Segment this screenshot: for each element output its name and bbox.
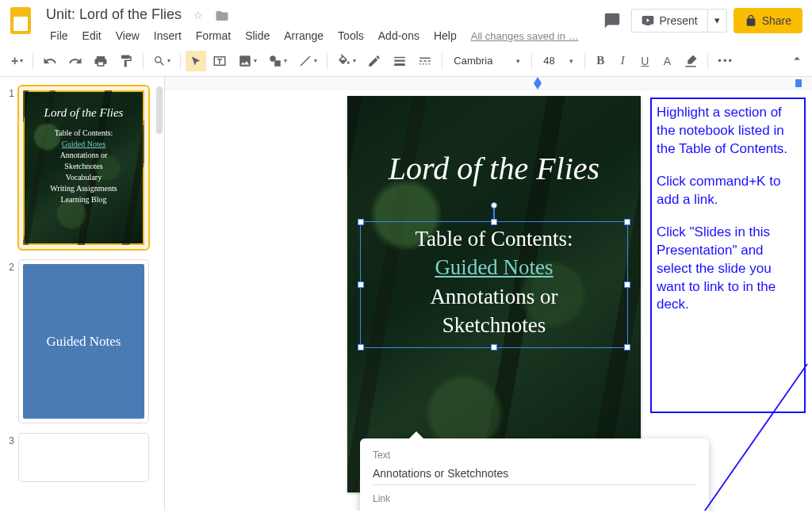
link-field-label: Link	[360, 493, 709, 506]
present-label: Present	[659, 14, 697, 27]
highlight-color-button[interactable]	[679, 51, 703, 71]
filmstrip-scrollbar[interactable]	[156, 86, 163, 134]
title-area: Unit: Lord of the Flies ☆ File Edit View…	[43, 5, 599, 45]
toc-link: Guided Notes	[435, 255, 553, 279]
italic-button[interactable]: I	[612, 51, 633, 71]
undo-button[interactable]	[38, 51, 62, 71]
instruction-callout: Highlight a section of the notebook list…	[650, 98, 806, 413]
header-right: Present ▾ Share	[599, 5, 802, 33]
save-status[interactable]: All changes saved in …	[464, 27, 586, 45]
menu-bar: File Edit View Insert Format Slide Arran…	[43, 26, 599, 45]
svg-rect-7	[420, 60, 423, 62]
image-tool[interactable]	[233, 51, 262, 71]
present-button[interactable]: Present	[631, 9, 707, 33]
thumb-wrap-1[interactable]: 1 Lord of the Flies Table of Contents: G…	[5, 86, 159, 249]
svg-rect-12	[426, 63, 427, 65]
new-slide-button[interactable]: +	[6, 51, 28, 71]
border-color-button[interactable]	[362, 51, 386, 71]
comments-icon[interactable]	[599, 8, 625, 33]
svg-rect-4	[395, 59, 406, 61]
text-color-button[interactable]: A	[657, 51, 677, 71]
fill-color-button[interactable]	[332, 51, 361, 71]
menu-edit[interactable]: Edit	[75, 26, 109, 45]
menu-addons[interactable]: Add-ons	[371, 26, 427, 45]
more-tools-button[interactable]: •••	[713, 51, 738, 71]
menu-arrange[interactable]: Arrange	[277, 26, 331, 45]
toc-line: Annotations or	[430, 285, 557, 308]
callout-text: Click "Slides in this Presentation" and …	[657, 224, 799, 315]
star-icon[interactable]: ☆	[191, 9, 205, 23]
zoom-button[interactable]	[148, 51, 175, 71]
border-dash-button[interactable]	[413, 51, 437, 71]
canvas-area: Lord of the Flies Table of Contents:	[165, 77, 812, 511]
svg-rect-13	[429, 63, 431, 65]
svg-rect-3	[395, 56, 406, 58]
share-button[interactable]: Share	[733, 8, 802, 33]
rotate-handle[interactable]	[491, 202, 497, 209]
indent-marker-icon[interactable]	[534, 77, 542, 83]
right-indent-icon[interactable]	[795, 79, 802, 87]
thumb-line: Vocabulary	[66, 173, 102, 182]
slide-thumbnail-3[interactable]	[19, 434, 148, 481]
present-group: Present ▾	[631, 9, 726, 33]
thumb-number: 3	[5, 434, 19, 481]
menu-insert[interactable]: Insert	[147, 26, 189, 45]
select-tool[interactable]	[186, 51, 206, 71]
svg-rect-9	[428, 60, 431, 62]
font-family-value: Cambria	[454, 55, 492, 67]
horizontal-ruler[interactable]	[165, 77, 812, 90]
redo-button[interactable]	[63, 51, 87, 71]
bold-button[interactable]: B	[590, 51, 611, 71]
svg-rect-2	[275, 60, 282, 67]
thumb-title: Guided Notes	[23, 264, 144, 419]
toc-line: Sketchnotes	[442, 313, 546, 337]
svg-rect-6	[420, 57, 431, 59]
thumb-line: Writing Assignments	[50, 184, 117, 193]
underline-button[interactable]: U	[634, 51, 655, 71]
border-weight-button[interactable]	[388, 51, 412, 71]
selected-text-box[interactable]: Table of Contents: Guided Notes Annotati…	[362, 223, 626, 346]
rotate-line	[493, 207, 495, 220]
indent-marker-icon[interactable]	[534, 83, 542, 90]
callout-text: Highlight a section of the notebook list…	[657, 104, 799, 159]
thumb-wrap-3[interactable]: 3	[5, 434, 159, 481]
menu-tools[interactable]: Tools	[331, 26, 371, 45]
document-title[interactable]: Unit: Lord of the Flies	[43, 5, 185, 25]
link-url-input[interactable]	[373, 506, 637, 511]
slide-title-text[interactable]: Lord of the Flies	[347, 150, 641, 187]
canvas-body[interactable]: Lord of the Flies Table of Contents:	[165, 90, 812, 511]
present-dropdown[interactable]: ▾	[708, 9, 727, 33]
thumb-line: Guided Notes	[62, 140, 105, 148]
font-size-selector[interactable]: 48	[537, 55, 580, 67]
menu-slide[interactable]: Slide	[238, 26, 277, 45]
app-logo[interactable]	[5, 5, 36, 36]
toc-heading: Table of Contents:	[415, 227, 573, 251]
shape-tool[interactable]	[263, 51, 292, 71]
collapse-toolbar-icon[interactable]	[790, 52, 804, 66]
font-family-selector[interactable]: Cambria	[447, 55, 527, 67]
apply-button[interactable]: Apply	[646, 507, 696, 511]
thumb-wrap-2[interactable]: 2 Guided Notes	[5, 260, 159, 423]
text-field-label: Text	[360, 450, 709, 462]
slide-thumbnail-2[interactable]: Guided Notes	[19, 260, 148, 423]
paint-format-button[interactable]	[114, 51, 138, 71]
text-box-content[interactable]: Table of Contents: Guided Notes Annotati…	[362, 223, 626, 346]
menu-view[interactable]: View	[109, 26, 147, 45]
thumb-line: Learning Blog	[60, 195, 106, 204]
print-button[interactable]	[89, 51, 113, 71]
svg-rect-5	[395, 63, 406, 66]
line-tool[interactable]	[293, 51, 322, 71]
app-header: Unit: Lord of the Flies ☆ File Edit View…	[0, 0, 812, 45]
slide-thumbnail-1[interactable]: Lord of the Flies Table of Contents: Gui…	[19, 86, 148, 249]
svg-rect-11	[423, 63, 424, 65]
share-label: Share	[762, 14, 791, 27]
menu-format[interactable]: Format	[189, 26, 238, 45]
menu-help[interactable]: Help	[427, 26, 464, 45]
slide-editor[interactable]: Lord of the Flies Table of Contents:	[347, 96, 641, 492]
thumb-line: Annotations or	[60, 151, 108, 159]
link-text-input[interactable]	[373, 462, 696, 485]
callout-text: Click command+K to add a link.	[657, 173, 799, 209]
folder-move-icon[interactable]	[215, 9, 229, 23]
menu-file[interactable]: File	[43, 26, 75, 45]
textbox-tool[interactable]	[208, 51, 232, 71]
